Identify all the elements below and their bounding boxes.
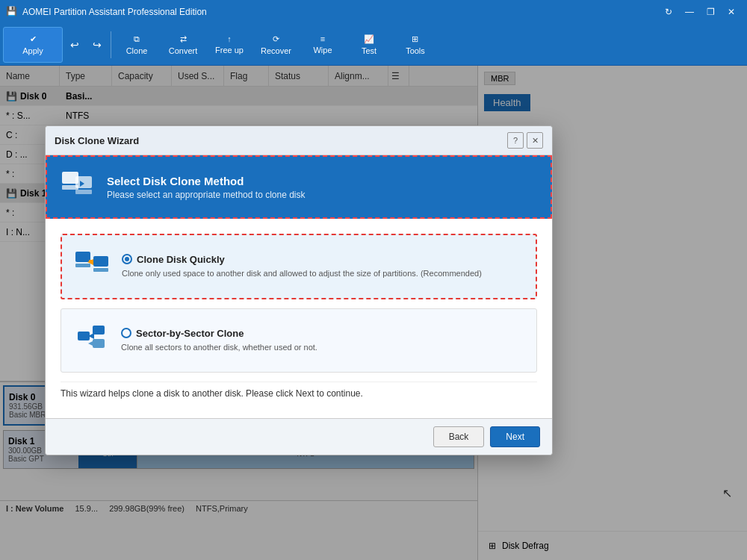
window-controls: ↻ — ❐ ✕ — [659, 4, 741, 20]
option-1-desc: Clone only used space to another disk an… — [122, 268, 524, 279]
disk-clone-dialog: Disk Clone Wizard ? ✕ — [45, 125, 553, 455]
svg-marker-15 — [88, 340, 94, 346]
quick-clone-icon — [74, 246, 110, 287]
modal-overlay: Disk Clone Wizard ? ✕ — [0, 66, 747, 560]
undo-btn[interactable]: ↩ — [64, 34, 85, 55]
dialog-body: Clone Disk Quickly Clone only used space… — [46, 219, 552, 418]
refresh-btn[interactable]: ↻ — [659, 4, 678, 20]
recover-label: Recover — [261, 46, 291, 55]
redo-btn[interactable]: ↪ — [87, 34, 108, 55]
convert-label: Convert — [169, 46, 198, 55]
back-button[interactable]: Back — [433, 426, 485, 447]
restore-btn[interactable]: ❐ — [701, 4, 720, 20]
freeup-label: Free up — [215, 46, 244, 55]
dialog-title-bar: Disk Clone Wizard ? ✕ — [46, 126, 552, 155]
option-1-title: Clone Disk Quickly — [122, 254, 524, 265]
svg-rect-5 — [75, 252, 90, 262]
dialog-footer: Back Next — [46, 418, 552, 455]
dialog-close-btn[interactable]: ✕ — [527, 132, 543, 149]
dialog-controls: ? ✕ — [507, 132, 543, 149]
dialog-title: Disk Clone Wizard — [55, 135, 139, 146]
dialog-header-section: Select Disk Clone Method Please select a… — [46, 155, 552, 219]
clone-label: Clone — [126, 46, 148, 55]
title-bar: 💾 AOMEI Partition Assistant Professional… — [0, 0, 747, 24]
radio-sector[interactable] — [121, 328, 131, 338]
option-2-title: Sector-by-Sector Clone — [121, 328, 524, 339]
wipe-label: Wipe — [313, 46, 332, 55]
apply-button[interactable]: ✔ Apply — [3, 27, 63, 63]
test-button[interactable]: 📈 Test — [347, 27, 391, 63]
main-area: Name Type Capacity Used S... Flag Status… — [0, 66, 747, 560]
clone-icon: ⧉ — [134, 34, 140, 44]
clone-header-icon — [59, 166, 95, 208]
next-button[interactable]: Next — [490, 426, 540, 447]
svg-rect-6 — [75, 264, 90, 267]
svg-rect-8 — [93, 268, 108, 272]
dialog-help-btn[interactable]: ? — [507, 132, 524, 149]
minimize-btn[interactable]: — — [680, 4, 699, 20]
nav-buttons: ↩ ↪ — [64, 34, 108, 55]
convert-icon: ⇄ — [180, 34, 187, 44]
option-2-text: Sector-by-Sector Clone Clone all sectors… — [121, 328, 524, 353]
close-btn[interactable]: ✕ — [722, 4, 741, 20]
tools-button[interactable]: ⊞ Tools — [393, 27, 438, 63]
separator-1 — [111, 31, 111, 58]
convert-button[interactable]: ⇄ Convert — [161, 27, 205, 63]
option-2-desc: Clone all sectors to another disk, wheth… — [121, 342, 524, 353]
svg-rect-12 — [93, 326, 105, 335]
svg-rect-3 — [75, 190, 92, 194]
clone-button[interactable]: ⧉ Clone — [114, 27, 159, 63]
test-icon: 📈 — [364, 34, 374, 44]
wipe-button[interactable]: ≡ Wipe — [300, 27, 345, 63]
dialog-header-subtitle: Please select an appropriate method to c… — [107, 190, 306, 200]
radio-quick[interactable] — [122, 254, 132, 264]
apply-check-icon: ✔ — [30, 34, 37, 44]
recover-icon: ⟳ — [273, 34, 279, 44]
tools-label: Tools — [406, 46, 425, 55]
apply-label: Apply — [22, 46, 43, 55]
recover-button[interactable]: ⟳ Recover — [253, 27, 299, 63]
app-title: AOMEI Partition Assistant Professional E… — [22, 7, 659, 17]
tools-icon: ⊞ — [412, 34, 418, 44]
freeup-icon: ↑ — [227, 34, 232, 43]
option-quick-clone[interactable]: Clone Disk Quickly Clone only used space… — [61, 234, 537, 299]
toolbar: ✔ Apply ↩ ↪ ⧉ Clone ⇄ Convert ↑ Free up … — [0, 24, 747, 66]
svg-rect-7 — [93, 256, 108, 267]
dialog-header-title: Select Disk Clone Method — [107, 175, 306, 187]
svg-rect-13 — [93, 339, 105, 348]
dialog-header-text: Select Disk Clone Method Please select a… — [107, 175, 306, 200]
sector-clone-icon — [73, 320, 109, 361]
svg-rect-11 — [78, 332, 90, 340]
svg-rect-2 — [75, 176, 92, 188]
dialog-info-text: This wizard helps clone a disk to anothe… — [61, 382, 537, 411]
test-label: Test — [362, 46, 376, 55]
wipe-icon: ≡ — [320, 34, 325, 43]
freeup-button[interactable]: ↑ Free up — [207, 27, 252, 63]
option-1-text: Clone Disk Quickly Clone only used space… — [122, 254, 524, 279]
option-sector-clone[interactable]: Sector-by-Sector Clone Clone all sectors… — [61, 308, 537, 373]
app-icon: 💾 — [6, 6, 18, 18]
